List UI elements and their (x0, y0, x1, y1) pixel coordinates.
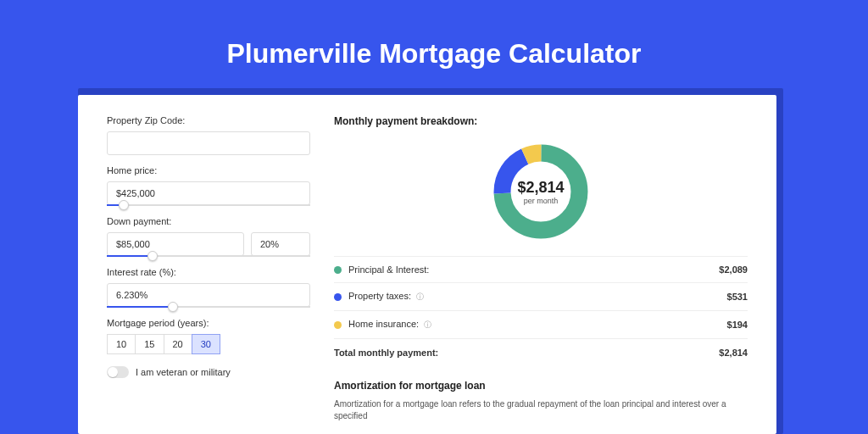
legend-row-insurance: Home insurance: ⓘ $194 (334, 311, 748, 339)
down-payment-slider[interactable] (107, 255, 310, 257)
zip-input[interactable] (107, 131, 310, 155)
interest-input[interactable] (107, 283, 310, 307)
period-btn-30[interactable]: 30 (192, 334, 220, 354)
interest-slider[interactable] (107, 306, 310, 308)
down-payment-slider-fill (107, 255, 147, 257)
down-payment-input[interactable] (107, 232, 244, 256)
period-label: Mortgage period (years): (107, 318, 310, 328)
home-price-input[interactable] (107, 181, 310, 205)
legend-val-total: $2,814 (719, 348, 748, 358)
dot-taxes (334, 293, 342, 301)
period-btn-20[interactable]: 20 (164, 334, 192, 354)
panel-shadow: Property Zip Code: Home price: Down paym… (78, 88, 783, 434)
info-icon[interactable]: ⓘ (416, 292, 424, 301)
legend-label-insurance: Home insurance: ⓘ (348, 319, 727, 331)
home-price-slider-thumb[interactable] (119, 200, 129, 210)
down-payment-slider-thumb[interactable] (147, 251, 158, 261)
donut-chart: $2,814 per month (490, 141, 592, 242)
home-price-slider[interactable] (107, 204, 310, 206)
donut-center-sub: per month (524, 197, 559, 205)
amortization-title: Amortization for mortgage loan (334, 380, 748, 392)
legend-val-insurance: $194 (727, 320, 748, 330)
down-payment-pct-input[interactable] (251, 232, 310, 256)
legend-label-taxes-text: Property taxes: (348, 291, 411, 301)
period-field: Mortgage period (years): 10 15 20 30 (107, 318, 310, 354)
home-price-field: Home price: (107, 165, 310, 206)
legend-row-total: Total monthly payment: $2,814 (334, 339, 748, 366)
interest-slider-thumb[interactable] (168, 302, 178, 312)
down-payment-label: Down payment: (107, 216, 310, 226)
home-price-label: Home price: (107, 165, 310, 175)
dot-principal (334, 266, 342, 274)
legend-row-taxes: Property taxes: ⓘ $531 (334, 283, 748, 311)
amortization-text: Amortization for a mortgage loan refers … (334, 398, 748, 422)
calculator-panel: Property Zip Code: Home price: Down paym… (78, 95, 776, 434)
donut-center: $2,814 per month (490, 141, 592, 242)
amortization-section: Amortization for mortgage loan Amortizat… (334, 380, 748, 422)
home-price-slider-fill (107, 204, 119, 206)
legend-val-taxes: $531 (727, 292, 748, 302)
period-btn-10[interactable]: 10 (107, 334, 136, 354)
interest-label: Interest rate (%): (107, 267, 310, 277)
legend-label-taxes: Property taxes: ⓘ (348, 291, 727, 303)
veteran-label: I am veteran or military (136, 367, 231, 377)
legend-label-total: Total monthly payment: (334, 348, 719, 358)
veteran-toggle[interactable] (107, 366, 129, 378)
interest-slider-fill (107, 306, 168, 308)
legend: Principal & Interest: $2,089 Property ta… (334, 256, 748, 366)
donut-center-value: $2,814 (517, 179, 564, 197)
info-icon[interactable]: ⓘ (424, 320, 431, 329)
legend-label-principal: Principal & Interest: (348, 264, 719, 275)
form-column: Property Zip Code: Home price: Down paym… (107, 115, 310, 434)
page-title: Plumerville Mortgage Calculator (85, 38, 783, 70)
zip-label: Property Zip Code: (107, 115, 310, 125)
breakdown-column: Monthly payment breakdown: $2,814 per mo… (334, 115, 748, 434)
legend-label-insurance-text: Home insurance: (348, 319, 419, 329)
legend-row-principal: Principal & Interest: $2,089 (334, 257, 748, 283)
breakdown-title: Monthly payment breakdown: (334, 115, 748, 127)
down-payment-field: Down payment: (107, 216, 310, 257)
donut-wrap: $2,814 per month (334, 134, 748, 256)
period-group: 10 15 20 30 (107, 334, 310, 354)
dot-insurance (334, 321, 342, 329)
veteran-row: I am veteran or military (107, 366, 310, 378)
interest-field: Interest rate (%): (107, 267, 310, 308)
legend-val-principal: $2,089 (719, 264, 748, 275)
zip-field: Property Zip Code: (107, 115, 310, 155)
period-btn-15[interactable]: 15 (135, 334, 164, 354)
